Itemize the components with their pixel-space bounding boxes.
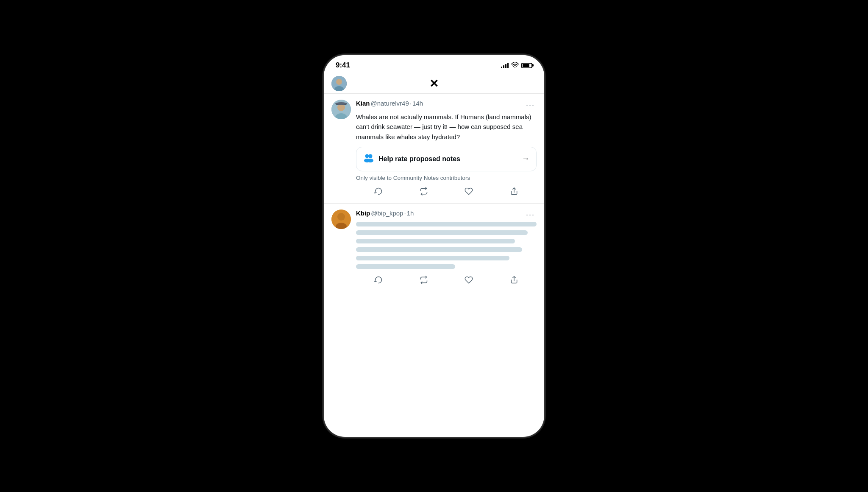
skeleton-line-3 <box>356 239 515 243</box>
tweet1-like-button[interactable] <box>463 185 475 197</box>
tweet2-handle: @bip_kpop <box>371 210 403 217</box>
tweet2-content: Kbip @bip_kpop · 1h ··· <box>356 210 537 286</box>
svg-point-8 <box>335 102 347 105</box>
svg-point-2 <box>336 79 342 85</box>
svg-point-0 <box>515 67 515 68</box>
status-bar: 9:41 <box>324 55 544 74</box>
retweet-icon-2 <box>420 276 428 284</box>
retweet-icon <box>420 187 428 196</box>
tweet1-actions <box>356 185 537 197</box>
tweet1-handle: @naturelvr49 <box>371 100 409 107</box>
tweet2-time: 1h <box>407 210 414 217</box>
reply-icon <box>374 187 383 196</box>
cn-left: Help rate proposed notes <box>363 153 460 165</box>
cn-inner: Help rate proposed notes → <box>363 153 529 165</box>
tweet1-meta: Kian @naturelvr49 · 14h <box>356 100 423 107</box>
tweet1-avatar <box>331 100 351 119</box>
tweet2-author: Kbip <box>356 210 370 217</box>
header-avatar[interactable] <box>331 76 347 91</box>
tweet1-header: Kian @naturelvr49 · 14h ··· <box>356 100 537 110</box>
tweet1-content: Kian @naturelvr49 · 14h ··· Whales are n… <box>356 100 537 197</box>
status-time: 9:41 <box>336 61 350 70</box>
reply-icon-2 <box>374 276 383 284</box>
user-avatar <box>331 76 347 91</box>
svg-point-9 <box>365 154 369 158</box>
tweet1-more-button[interactable]: ··· <box>524 100 537 110</box>
cn-label: Help rate proposed notes <box>378 155 460 163</box>
tweet-item: Kian @naturelvr49 · 14h ··· Whales are n… <box>324 94 544 204</box>
skeleton-line-4 <box>356 247 522 252</box>
tweet2-avatar <box>331 210 351 229</box>
tweet2-reply-button[interactable] <box>373 274 384 286</box>
skeleton-line-6 <box>356 264 455 269</box>
svg-point-12 <box>367 159 373 162</box>
tweet2-skeleton <box>356 222 537 269</box>
battery-icon <box>521 63 532 68</box>
skeleton-line-1 <box>356 222 537 226</box>
skeleton-line-5 <box>356 256 509 260</box>
wifi-icon <box>511 62 519 69</box>
signal-icon <box>501 62 509 68</box>
like-icon <box>465 187 473 196</box>
tweet1-time: 14h <box>412 100 423 107</box>
like-icon-2 <box>465 276 473 284</box>
community-notes-box[interactable]: Help rate proposed notes → <box>356 147 537 171</box>
x-logo: ✕ <box>429 78 439 89</box>
svg-point-15 <box>337 213 345 221</box>
skeleton-line-2 <box>356 230 528 235</box>
tweet1-reply-button[interactable] <box>373 185 384 197</box>
tweet1-dot: · <box>410 100 412 107</box>
tweet2-item: Kbip @bip_kpop · 1h ··· <box>324 204 544 292</box>
tweet2-share-button[interactable] <box>508 274 520 286</box>
phone-frame: 9:41 <box>324 55 544 437</box>
share-icon-2 <box>510 276 518 284</box>
tweet2-retweet-button[interactable] <box>418 274 430 286</box>
status-icons <box>501 62 532 69</box>
tweet-feed: Kian @naturelvr49 · 14h ··· Whales are n… <box>324 94 544 292</box>
tweet1-text: Whales are not actually mammals. If Huma… <box>356 112 537 142</box>
tweet2-dot: · <box>404 210 406 217</box>
cn-subtitle: Only visible to Community Notes contribu… <box>356 175 537 181</box>
app-header: ✕ <box>324 74 544 94</box>
tweet1-retweet-button[interactable] <box>418 185 430 197</box>
tweet1-share-button[interactable] <box>508 185 520 197</box>
share-icon <box>510 187 518 196</box>
cn-arrow: → <box>522 154 529 163</box>
svg-point-10 <box>369 154 373 158</box>
tweet2-like-button[interactable] <box>463 274 475 286</box>
tweet2-more-button[interactable]: ··· <box>524 210 537 220</box>
tweet2-meta: Kbip @bip_kpop · 1h <box>356 210 414 217</box>
tweet2-actions <box>356 274 537 286</box>
tweet2-header: Kbip @bip_kpop · 1h ··· <box>356 210 537 220</box>
tweet1-author: Kian <box>356 100 370 107</box>
community-notes-icon <box>363 153 374 165</box>
